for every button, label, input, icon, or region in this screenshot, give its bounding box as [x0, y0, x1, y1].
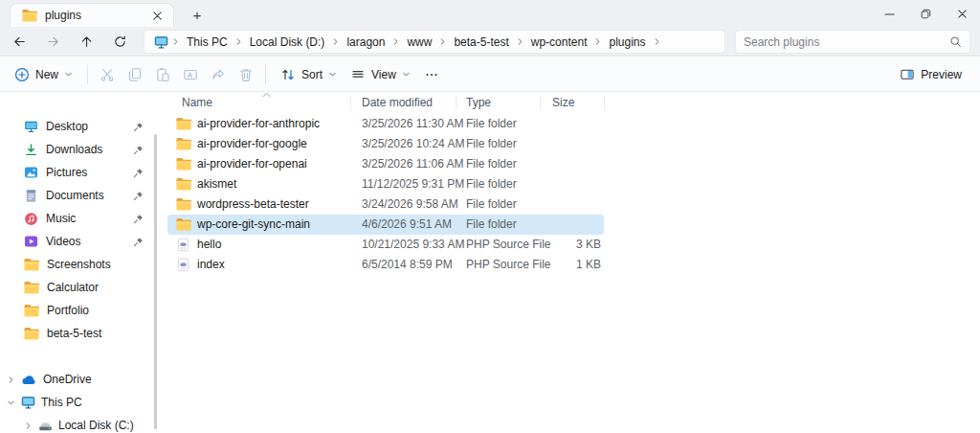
- this-pc-icon: [154, 35, 168, 49]
- sidebar-item-label: Music: [46, 212, 125, 225]
- column-separator[interactable]: [456, 96, 457, 110]
- this-pc-icon: [21, 396, 35, 409]
- sidebar-item-pictures[interactable]: Pictures: [0, 161, 155, 184]
- column-separator[interactable]: [540, 96, 541, 110]
- paste-button[interactable]: [155, 61, 170, 88]
- folder-icon: [24, 281, 39, 294]
- view-label: View: [371, 68, 396, 81]
- sidebar-item-videos[interactable]: Videos: [0, 230, 155, 253]
- more-dots-icon: [424, 67, 439, 82]
- tab-close-button[interactable]: [148, 7, 166, 24]
- sidebar-item-music[interactable]: Music: [0, 207, 155, 230]
- breadcrumb-item-beta-5-test[interactable]: beta-5-test: [448, 34, 514, 51]
- search-box[interactable]: [735, 30, 970, 54]
- share-icon: [211, 67, 226, 82]
- breadcrumb-item-www[interactable]: www: [401, 34, 437, 51]
- file-type: File folder: [466, 197, 517, 211]
- share-button[interactable]: [211, 61, 226, 88]
- file-date-modified: 3/24/2026 9:58 AM: [362, 197, 458, 211]
- downloads-icon: [24, 143, 38, 157]
- sidebar: DesktopDownloadsPicturesDocumentsMusicVi…: [0, 115, 155, 433]
- file-row-ai-provider-for-openai[interactable]: ai-provider-for-openai3/25/2026 11:06 AM…: [167, 154, 604, 174]
- column-header-date-modified[interactable]: Date modified: [362, 96, 433, 109]
- sort-button[interactable]: Sort: [274, 61, 344, 88]
- view-button[interactable]: View: [344, 61, 417, 88]
- delete-button[interactable]: [238, 61, 254, 88]
- refresh-icon: [113, 34, 127, 49]
- file-row-ai-provider-for-google[interactable]: ai-provider-for-google3/25/2026 10:24 AM…: [167, 134, 604, 154]
- breadcrumb-item-plugins[interactable]: plugins: [603, 34, 651, 51]
- file-date-modified: 3/25/2026 11:06 AM: [362, 157, 464, 171]
- file-row-wordpress-beta-tester[interactable]: wordpress-beta-tester3/24/2026 9:58 AMFi…: [167, 194, 604, 215]
- file-row-ai-provider-for-anthropic[interactable]: ai-provider-for-anthropic3/25/2026 11:30…: [167, 114, 604, 134]
- folder-icon: [176, 157, 191, 171]
- breadcrumb-item-laragon[interactable]: laragon: [341, 34, 390, 51]
- folder-icon: [24, 327, 39, 340]
- forward-button[interactable]: [38, 29, 67, 54]
- chevron-right-icon: [331, 37, 340, 46]
- sidebar-item-calculator[interactable]: Calculator: [0, 276, 155, 299]
- cut-button[interactable]: [100, 61, 115, 88]
- paste-icon: [155, 67, 170, 82]
- sidebar-item-beta-5-test[interactable]: beta-5-test: [0, 322, 155, 345]
- documents-icon: [24, 189, 38, 203]
- chevron-down-icon: [328, 70, 337, 79]
- breadcrumb[interactable]: This PCLocal Disk (D:)laragonwwwbeta-5-t…: [144, 30, 725, 54]
- up-button[interactable]: [72, 29, 100, 54]
- body: DesktopDownloadsPicturesDocumentsMusicVi…: [0, 92, 980, 433]
- sidebar-item-portfolio[interactable]: Portfolio: [0, 299, 155, 322]
- sidebar-item-screenshots[interactable]: Screenshots: [0, 253, 155, 276]
- file-date-modified: 3/25/2026 10:24 AM: [362, 137, 464, 150]
- chevron-right-icon: [234, 37, 243, 46]
- column-header-name[interactable]: Name: [182, 96, 212, 109]
- pin-icon: [133, 237, 144, 247]
- column-header-type[interactable]: Type: [466, 96, 491, 109]
- folder-icon: [176, 177, 191, 191]
- sidebar-item-desktop[interactable]: Desktop: [0, 115, 155, 138]
- refresh-button[interactable]: [105, 29, 134, 54]
- search-input[interactable]: [744, 35, 949, 49]
- maximize-button[interactable]: [907, 0, 944, 27]
- column-header-size[interactable]: Size: [552, 96, 574, 109]
- tab-plugins[interactable]: plugins: [10, 3, 174, 27]
- minimize-button[interactable]: [871, 0, 907, 27]
- navigation-bar: This PCLocal Disk (D:)laragonwwwbeta-5-t…: [0, 27, 980, 57]
- file-date-modified: 4/6/2026 9:51 AM: [362, 217, 452, 231]
- window-controls: [871, 0, 980, 27]
- music-icon: [24, 212, 38, 226]
- sidebar-scrollbar[interactable]: [154, 134, 157, 429]
- column-separator[interactable]: [350, 96, 351, 110]
- chevron-right-icon: [391, 37, 400, 46]
- sidebar-item-onedrive[interactable]: OneDrive: [0, 368, 155, 391]
- sidebar-item-downloads[interactable]: Downloads: [0, 138, 155, 161]
- copy-button[interactable]: [127, 61, 143, 88]
- breadcrumb-item-local-disk-d[interactable]: Local Disk (D:): [244, 34, 331, 51]
- new-tab-button[interactable]: +: [186, 4, 209, 25]
- back-button[interactable]: [5, 29, 33, 54]
- chevron-right-icon: [7, 376, 15, 384]
- sidebar-item-label: Portfolio: [47, 304, 145, 317]
- close-window-button[interactable]: [944, 0, 980, 27]
- edit-actions: [100, 61, 254, 88]
- breadcrumb-item-wp-content[interactable]: wp-content: [525, 34, 593, 51]
- videos-icon: [24, 235, 38, 248]
- preview-button[interactable]: Preview: [893, 61, 969, 88]
- new-button[interactable]: New: [8, 61, 79, 88]
- file-row-index[interactable]: index6/5/2014 8:59 PMPHP Source File1 KB: [167, 255, 604, 275]
- php-icon: [176, 258, 190, 272]
- file-type: File folder: [466, 217, 517, 231]
- column-separator[interactable]: [604, 96, 605, 110]
- tab-title: plugins: [45, 9, 141, 22]
- file-row-hello[interactable]: hello10/21/2025 9:33 AMPHP Source File3 …: [167, 235, 604, 255]
- drive-icon: [38, 420, 53, 432]
- sidebar-item-documents[interactable]: Documents: [0, 184, 155, 207]
- breadcrumb-item-this-pc[interactable]: This PC: [181, 34, 234, 51]
- file-row-wp-core-git-sync-main[interactable]: wp-core-git-sync-main4/6/2026 9:51 AMFil…: [167, 215, 604, 235]
- file-type: File folder: [466, 117, 517, 130]
- rename-button[interactable]: [183, 61, 198, 88]
- sidebar-item-this-pc[interactable]: This PC: [0, 391, 155, 414]
- toolbar: New Sort View Preview: [0, 57, 980, 92]
- file-row-akismet[interactable]: akismet11/12/2025 9:31 PMFile folder: [167, 174, 604, 194]
- sidebar-item-local-disk-c[interactable]: Local Disk (C:): [0, 414, 155, 433]
- more-options-button[interactable]: [417, 61, 446, 88]
